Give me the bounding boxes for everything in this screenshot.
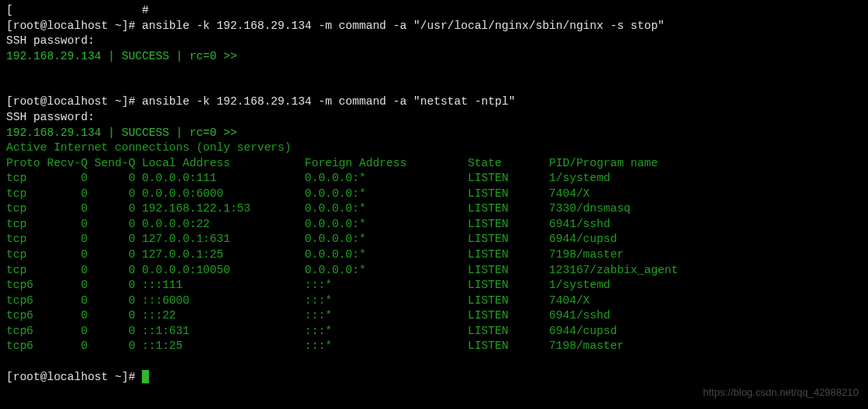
prompt-line-3: [root@localhost ~]# [6,370,862,386]
prompt-line-2: [root@localhost ~]# ansible -k 192.168.2… [6,94,862,110]
ansible-success-2: 192.168.29.134 | SUCCESS | rc=0 >> [6,126,862,141]
table-row: tcp 0 0 192.168.122.1:53 0.0.0.0:* LISTE… [6,201,862,217]
ssh-password-prompt: SSH password: [6,110,862,126]
table-row: tcp 0 0 127.0.0.1:25 0.0.0.0:* LISTEN 71… [6,247,862,263]
table-row: tcp 0 0 0.0.0.0:6000 0.0.0.0:* LISTEN 74… [6,187,862,202]
top-partial-line: [ # [6,3,862,19]
command-text: ansible -k 192.168.29.134 -m command -a … [142,95,515,108]
table-row: tcp 0 0 127.0.0.1:631 0.0.0.0:* LISTEN 6… [6,232,862,247]
netstat-header: Active Internet connections (only server… [6,140,862,156]
netstat-columns: Proto Recv-Q Send-Q Local Address Foreig… [6,156,862,172]
shell-prompt: [root@localhost ~]# [6,371,142,383]
shell-prompt: [root@localhost ~]# [6,20,142,32]
table-row: tcp6 0 0 :::111 :::* LISTEN 1/systemd [6,278,862,293]
ansible-success-1: 192.168.29.134 | SUCCESS | rc=0 >> [6,49,862,65]
blank-line [6,80,862,95]
cursor-icon [142,370,149,383]
ssh-password-prompt: SSH password: [6,34,862,49]
watermark-text: https://blog.csdn.net/qq_42988210 [703,386,859,400]
table-row: tcp6 0 0 :::6000 :::* LISTEN 7404/X [6,293,862,309]
blank-line [6,354,862,370]
table-row: tcp6 0 0 ::1:25 :::* LISTEN 7198/master [6,339,862,354]
table-row: tcp6 0 0 :::22 :::* LISTEN 6941/sshd [6,308,862,324]
terminal-output[interactable]: [ # [root@localhost ~]# ansible -k 192.1… [6,3,862,385]
blank-line [6,64,862,80]
table-row: tcp 0 0 0.0.0.0:111 0.0.0.0:* LISTEN 1/s… [6,171,862,187]
table-row: tcp 0 0 0.0.0.0:22 0.0.0.0:* LISTEN 6941… [6,217,862,233]
shell-prompt: [root@localhost ~]# [6,95,142,108]
command-text: ansible -k 192.168.29.134 -m command -a … [142,20,664,32]
prompt-line-1: [root@localhost ~]# ansible -k 192.168.2… [6,19,862,34]
table-row: tcp 0 0 0.0.0.0:10050 0.0.0.0:* LISTEN 1… [6,263,862,279]
table-row: tcp6 0 0 ::1:631 :::* LISTEN 6944/cupsd [6,324,862,340]
